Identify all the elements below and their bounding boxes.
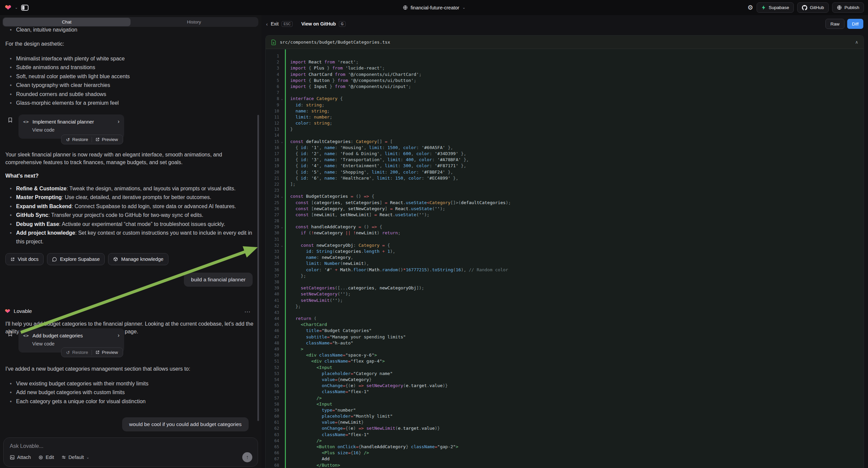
supabase-bolt-icon [761,5,766,10]
chat-input-placeholder: Ask Lovable... [10,443,252,449]
edit-button[interactable]: Edit [38,455,54,460]
code-icon: <> [23,119,29,124]
preview-button[interactable]: Preview [92,348,121,357]
bullet-dot: • [5,63,16,72]
line-number: 36 [266,267,279,273]
collapse-chevron-up-icon[interactable]: ∧ [855,39,858,45]
line-number: 13 [266,126,279,132]
visit-docs-button[interactable]: Visit docs [5,253,43,265]
bullet-dot: • [5,211,16,220]
line-number: 24 [266,194,279,199]
assistant-paragraph: Your sleek financial planner is now read… [5,151,244,167]
line-number: 63 [266,432,279,438]
view-code-link[interactable]: View code [32,341,119,347]
fold-chevron-icon[interactable]: ⌄ [279,242,285,248]
target-icon [38,455,43,460]
tab-chat[interactable]: Chat [3,18,130,26]
chat-bubble-icon [52,257,57,262]
bookmark-icon[interactable] [7,117,13,123]
fold-chevron-icon[interactable]: ⌄ [279,224,285,230]
diff-toggle-button[interactable]: Diff [847,19,863,29]
restore-button[interactable]: ↺ Restore [63,348,92,357]
code-line-content: <div className="space-y-6"> [285,352,377,358]
fold-chevron-icon[interactable]: ⌄ [279,96,285,102]
code-line-content: name: string; [285,108,330,114]
code-line-content: /> [285,438,322,444]
fold-chevron-icon[interactable]: ⌄ [279,139,285,145]
code-line-content: onChange={(e) => setNewLimit(e.target.va… [285,426,440,431]
file-path: src/components/budget/BudgetCategories.t… [280,39,390,45]
line-number: 8 [266,96,279,102]
line-number: 46 [266,328,279,334]
line-number: 7 [266,90,279,96]
supabase-button[interactable]: Supabase [756,2,794,13]
code-editor[interactable]: 12import React from 'react';3import { Pl… [266,49,864,468]
code-line-content: <Plus size={16} /> [285,450,369,456]
tab-history[interactable]: History [130,18,258,26]
code-line-row: 5import { Button } from '@/components/ui… [266,78,864,84]
fold-chevron-icon [279,407,285,413]
fold-chevron-icon [279,108,285,114]
lovable-logo-icon[interactable]: ❤ [5,4,11,12]
view-code-link[interactable]: View code [32,127,119,133]
message-menu-icon[interactable]: ⋯ [244,308,251,316]
whats-next-list: •Refine & Customize: Tweak the design, a… [5,184,255,246]
code-line-content: value={newCategory} [285,377,372,383]
fold-chevron-icon [279,316,285,322]
logo-chevron-down-icon[interactable]: ⌄ [15,5,18,10]
code-line-row: 47 subtitle="Manage your spending limits… [266,334,864,340]
code-line-row: 49 > [266,346,864,352]
github-button[interactable]: GitHub [797,2,829,13]
assistant-name: Lovable [14,308,32,314]
bookmark-icon[interactable] [7,330,13,338]
code-line-row: 41 setNewLimit(''); [266,297,864,303]
fold-chevron-icon [279,444,285,450]
chat-input[interactable]: Ask Lovable... Attach Edit Default ⌄ ↑ [3,437,258,467]
exit-button[interactable]: ‹ Exit ESC [266,21,292,27]
fold-chevron-icon [279,169,285,175]
code-line-row: 4import ChartCard from '@/components/ui/… [266,71,864,78]
restore-button[interactable]: ↺ Restore [63,135,92,144]
fold-chevron-icon[interactable]: ⌄ [279,194,285,199]
fold-chevron-icon [279,132,285,138]
settings-gear-icon[interactable]: ⚙ [748,4,753,11]
code-line-row: 52 <Input [266,364,864,371]
file-header[interactable]: src/components/budget/BudgetCategories.t… [266,36,864,49]
code-line-content: import { Button } from '@/components/ui/… [285,78,416,84]
code-line-content: }; [285,273,306,279]
project-switcher[interactable]: financial-future-creator ⌄ [403,0,465,15]
code-line-row: 25 const [categories, setCategories] = R… [266,200,864,206]
fold-chevron-icon [279,212,285,218]
fold-chevron-icon [279,120,285,126]
line-number: 67 [266,456,279,462]
code-line-row: 19 { id: '4', name: 'Entertainment', lim… [266,163,864,169]
fold-chevron-icon [279,59,285,65]
fold-chevron-icon [279,456,285,462]
code-line-content: { id: '4', name: 'Entertainment', limit:… [285,163,466,169]
manage-knowledge-button[interactable]: Manage knowledge [108,253,168,265]
code-icon: <> [23,333,29,338]
line-number: 20 [266,169,279,175]
code-line-content: id: string; [285,102,324,108]
fold-chevron-icon [279,126,285,132]
send-button[interactable]: ↑ [242,452,252,462]
line-number: 56 [266,389,279,395]
raw-toggle-button[interactable]: Raw [826,19,844,29]
explore-supabase-button[interactable]: Explore Supabase [47,253,105,265]
code-line-row: 61 value={newLimit} [266,419,864,426]
mode-selector[interactable]: Default ⌄ [61,455,89,460]
code-line-row: 40 setNewCategory(''); [266,291,864,297]
preview-button[interactable]: Preview [92,135,121,144]
fold-chevron-icon [279,114,285,120]
code-line-content: value={newLimit} [285,419,364,426]
attach-button[interactable]: Attach [10,455,31,460]
publish-button[interactable]: Publish [832,2,864,13]
chat-scrollbar[interactable] [257,115,259,421]
code-line-row: 66 <Plus size={16} /> [266,450,864,456]
view-on-github-button[interactable]: View on GitHub G [301,21,346,27]
sidebar-toggle-icon[interactable] [21,5,29,11]
code-line-content: { id: '6', name: 'Healthcare', limit: 15… [285,175,458,181]
list-item: •Expand with Backend: Connect Supabase t… [5,202,255,211]
fold-chevron-icon [279,151,285,157]
line-number: 30 [266,230,279,236]
